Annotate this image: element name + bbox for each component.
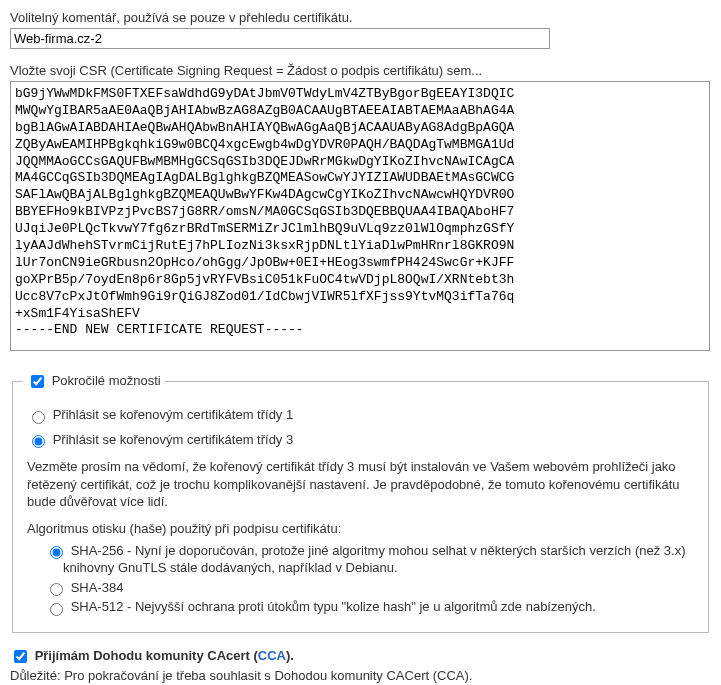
root-class-1-label: Přihlásit se kořenovým certifikátem tříd… (53, 407, 294, 422)
sha384-radio[interactable] (50, 583, 63, 596)
sha256-radio[interactable] (50, 546, 63, 559)
hash-algorithm-label: Algoritmus otisku (haše) použitý při pod… (27, 521, 694, 536)
sha256-option[interactable]: SHA-256 - Nyní je doporučován, protože j… (45, 543, 686, 576)
sha384-label: SHA-384 (71, 580, 124, 595)
csr-label: Vložte svoji CSR (Certificate Signing Re… (10, 63, 711, 78)
advanced-legend-text: Pokročilé možnosti (52, 373, 161, 388)
cca-row: Přijímám Dohodu komunity CAcert (CCA). (10, 647, 711, 666)
sha256-label: SHA-256 - Nyní je doporučován, protože j… (63, 543, 686, 576)
root-class-3-label: Přihlásit se kořenovým certifikátem tříd… (53, 432, 294, 447)
root-class-3-radio[interactable] (32, 435, 45, 448)
advanced-legend: Pokročilé možnosti (23, 372, 165, 391)
cca-link[interactable]: CCA (258, 648, 286, 663)
root-class-1-radio[interactable] (32, 411, 45, 424)
sha512-radio[interactable] (50, 603, 63, 616)
cca-accept[interactable]: Přijímám Dohodu komunity CAcert (CCA). (10, 648, 294, 663)
root-class-note: Vezměte prosím na vědomí, že kořenový ce… (27, 458, 694, 511)
root-class-3-option[interactable]: Přihlásit se kořenovým certifikátem tříd… (27, 432, 293, 447)
cca-checkbox[interactable] (14, 650, 27, 663)
advanced-toggle-checkbox[interactable] (31, 375, 44, 388)
sha512-option[interactable]: SHA-512 - Nejvyšší ochrana proti útokům … (45, 599, 596, 614)
comment-input[interactable] (10, 28, 550, 49)
sha512-label: SHA-512 - Nejvyšší ochrana proti útokům … (71, 599, 596, 614)
cca-text-before: Přijímám Dohodu komunity CAcert ( (35, 648, 258, 663)
root-class-1-option[interactable]: Přihlásit se kořenovým certifikátem tříd… (27, 407, 293, 422)
advanced-fieldset: Pokročilé možnosti Přihlásit se kořenový… (12, 372, 709, 633)
csr-textarea[interactable] (10, 81, 710, 351)
comment-label: Volitelný komentář, používá se pouze v p… (10, 10, 711, 25)
cca-text-after: ). (286, 648, 294, 663)
sha384-option[interactable]: SHA-384 (45, 580, 123, 595)
cca-important-note: Důležité: Pro pokračování je třeba souhl… (10, 668, 711, 683)
